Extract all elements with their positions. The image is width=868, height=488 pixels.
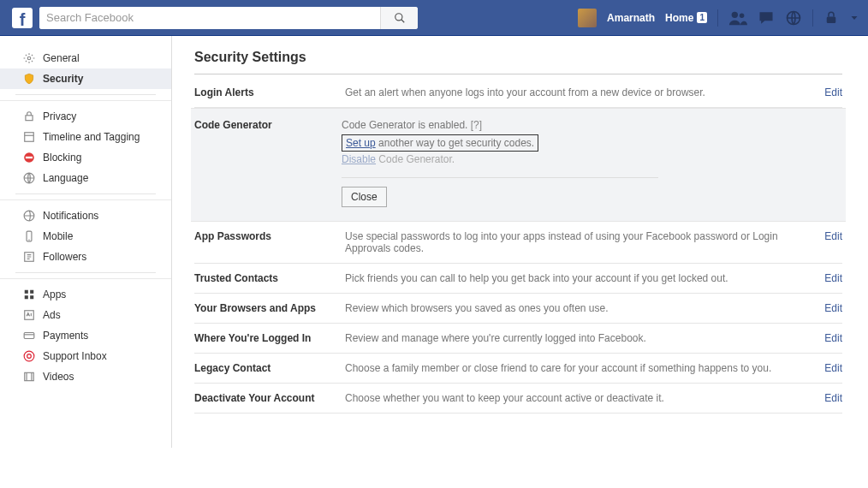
notifications-icon[interactable] <box>785 9 802 27</box>
svg-point-6 <box>27 57 31 60</box>
section-app-passwords[interactable]: App Passwords Use special passwords to l… <box>194 222 842 264</box>
help-link[interactable]: [?] <box>471 119 482 131</box>
section-label: Legacy Contact <box>194 362 345 374</box>
sidebar-item-support[interactable]: Support Inbox <box>0 346 171 366</box>
svg-point-3 <box>740 13 745 18</box>
svg-point-25 <box>27 354 32 359</box>
sidebar-item-label: Notifications <box>43 210 98 222</box>
sidebar-item-label: Security <box>43 73 83 85</box>
sidebar-item-timeline[interactable]: Timeline and Tagging <box>0 127 171 147</box>
edit-link[interactable]: Edit <box>816 392 842 404</box>
friend-requests-icon[interactable] <box>728 9 747 27</box>
setup-link[interactable]: Set up <box>346 137 376 149</box>
mobile-icon <box>22 229 36 243</box>
section-label: Your Browsers and Apps <box>194 302 345 314</box>
search-input[interactable] <box>39 7 380 29</box>
section-login-alerts[interactable]: Login Alerts Get an alert when anyone lo… <box>194 78 842 108</box>
block-icon <box>22 151 36 164</box>
svg-rect-5 <box>827 16 836 23</box>
svg-rect-19 <box>25 295 28 299</box>
topbar: f Amarnath Home 1 <box>0 0 868 36</box>
svg-rect-11 <box>26 157 33 158</box>
svg-rect-20 <box>30 295 33 299</box>
section-label: Code Generator <box>191 119 342 131</box>
sidebar-item-label: Blocking <box>43 152 81 164</box>
lock-icon <box>22 110 36 123</box>
sidebar-item-language[interactable]: Language <box>0 168 171 188</box>
sidebar-item-label: Mobile <box>43 230 73 242</box>
home-badge: 1 <box>697 12 707 23</box>
close-button[interactable]: Close <box>342 187 387 207</box>
section-code-generator: Code Generator Code Generator is enabled… <box>191 108 846 222</box>
shield-icon <box>22 72 36 86</box>
section-desc: Pick friends you can call to help you ge… <box>345 272 816 284</box>
sidebar-item-label: Ads <box>43 309 61 321</box>
sidebar-item-label: Privacy <box>43 110 76 122</box>
sidebar-item-label: Language <box>43 172 88 184</box>
svg-rect-26 <box>25 372 34 380</box>
section-legacy-contact[interactable]: Legacy Contact Choose a family member or… <box>194 354 842 384</box>
main-content: Security Settings Login Alerts Get an al… <box>171 36 868 448</box>
section-label: Deactivate Your Account <box>194 392 345 404</box>
sidebar-item-label: Timeline and Tagging <box>43 131 140 143</box>
sidebar-item-privacy[interactable]: Privacy <box>0 106 171 127</box>
section-desc: Choose whether you want to keep your acc… <box>345 392 816 404</box>
svg-line-1 <box>401 19 404 22</box>
privacy-shortcut-icon[interactable] <box>823 10 839 26</box>
search-wrap <box>39 7 418 29</box>
section-where-logged-in[interactable]: Where You're Logged In Review and manage… <box>194 324 842 354</box>
search-button[interactable] <box>380 7 418 29</box>
edit-link[interactable]: Edit <box>816 86 842 98</box>
sidebar-item-ads[interactable]: Ads <box>0 305 171 325</box>
sidebar-item-label: General <box>43 52 80 64</box>
home-label: Home <box>665 12 693 24</box>
edit-link[interactable]: Edit <box>816 362 842 374</box>
section-label: Where You're Logged In <box>194 332 345 344</box>
section-deactivate[interactable]: Deactivate Your Account Choose whether y… <box>194 384 842 414</box>
section-browsers-apps[interactable]: Your Browsers and Apps Review which brow… <box>194 294 842 324</box>
section-desc: Review and manage where you're currently… <box>345 332 816 344</box>
settings-sidebar: General Security Privacy Timeline and Ta… <box>0 36 171 448</box>
facebook-logo[interactable]: f <box>12 8 33 28</box>
disable-rest: Code Generator. <box>376 153 455 165</box>
section-trusted-contacts[interactable]: Trusted Contacts Pick friends you can ca… <box>194 264 842 294</box>
avatar[interactable] <box>578 9 597 27</box>
edit-link[interactable]: Edit <box>816 230 842 242</box>
sidebar-item-followers[interactable]: Followers <box>0 247 171 267</box>
profile-link[interactable]: Amarnath <box>607 12 655 24</box>
sidebar-item-label: Apps <box>43 289 66 301</box>
section-label: Trusted Contacts <box>194 272 345 284</box>
followers-icon <box>22 250 36 264</box>
sidebar-item-videos[interactable]: Videos <box>0 366 171 387</box>
svg-rect-18 <box>30 290 33 294</box>
sidebar-item-label: Payments <box>43 330 88 342</box>
home-link[interactable]: Home 1 <box>665 12 707 24</box>
sidebar-item-mobile[interactable]: Mobile <box>0 226 171 247</box>
setup-rest: another way to get security codes. <box>376 137 534 149</box>
svg-rect-7 <box>26 116 33 121</box>
globe-icon <box>22 171 36 185</box>
sidebar-item-general[interactable]: General <box>0 48 171 68</box>
page-title: Security Settings <box>194 50 842 74</box>
sidebar-item-blocking[interactable]: Blocking <box>0 147 171 168</box>
code-generator-status: Code Generator is enabled. <box>342 119 467 131</box>
section-desc: Get an alert when anyone logs into your … <box>345 86 816 98</box>
edit-link[interactable]: Edit <box>816 332 842 344</box>
gear-icon <box>22 51 36 65</box>
svg-rect-8 <box>25 133 34 142</box>
sidebar-item-notifications[interactable]: Notifications <box>0 205 171 226</box>
messages-icon[interactable] <box>758 9 775 27</box>
section-desc: Use special passwords to log into your a… <box>345 230 816 254</box>
edit-link[interactable]: Edit <box>816 272 842 284</box>
sidebar-item-payments[interactable]: Payments <box>0 325 171 346</box>
disable-link[interactable]: Disable <box>342 153 376 165</box>
sidebar-item-security[interactable]: Security <box>0 68 171 89</box>
search-icon <box>394 12 406 24</box>
topbar-right: Amarnath Home 1 <box>578 9 859 27</box>
section-label: App Passwords <box>194 230 345 242</box>
account-menu-icon[interactable] <box>849 13 859 23</box>
sidebar-item-apps[interactable]: Apps <box>0 284 171 305</box>
sidebar-item-label: Followers <box>43 251 86 263</box>
apps-icon <box>22 288 36 301</box>
edit-link[interactable]: Edit <box>816 302 842 314</box>
